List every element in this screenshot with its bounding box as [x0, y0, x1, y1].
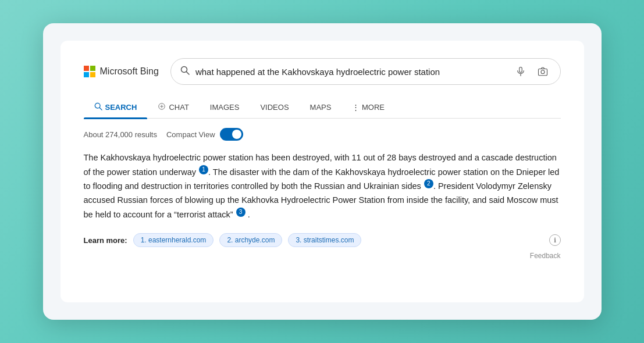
tab-images[interactable]: IMAGES: [200, 97, 250, 117]
tab-chat[interactable]: CHAT: [147, 97, 199, 118]
svg-line-7: [99, 108, 102, 110]
svg-point-5: [541, 70, 545, 74]
feedback-row: Feedback: [84, 252, 561, 260]
results-count: About 274,000 results: [84, 130, 157, 139]
tab-maps[interactable]: MAPS: [300, 97, 342, 117]
search-action-icons: [513, 63, 551, 80]
result-body: The Kakhovskaya hydroelectric power stat…: [84, 151, 561, 221]
svg-line-1: [186, 72, 189, 75]
footnote-3[interactable]: 3: [236, 208, 245, 217]
svg-rect-2: [519, 67, 522, 73]
source-pill-3[interactable]: 3. straitstimes.com: [288, 233, 361, 247]
search-bar[interactable]: what happened at the Kakhovskaya hydroel…: [170, 58, 561, 85]
nav-tabs: SEARCH CHAT IMAGES VIDEOS MAPS: [84, 97, 561, 119]
info-icon[interactable]: ℹ: [549, 234, 561, 246]
compact-view-toggle[interactable]: Compact View: [166, 128, 243, 141]
source-pill-1[interactable]: 1. easternherald.com: [133, 233, 214, 247]
tab-more[interactable]: ⋮ MORE: [341, 97, 395, 117]
tab-more-label: ⋮ MORE: [352, 103, 385, 112]
tab-videos-label: VIDEOS: [260, 103, 289, 112]
search-tab-icon: [94, 102, 102, 112]
toggle-switch-on[interactable]: [220, 128, 243, 141]
search-icon: [180, 66, 190, 77]
logo-text: Microsoft Bing: [100, 66, 159, 77]
header: Microsoft Bing what happened at the Kakh…: [84, 58, 561, 85]
bing-logo[interactable]: Microsoft Bing: [84, 66, 159, 77]
microphone-icon[interactable]: [513, 63, 529, 80]
tab-chat-label: CHAT: [169, 103, 188, 112]
chat-tab-icon: [158, 102, 166, 112]
learn-more-label: Learn more:: [84, 236, 127, 245]
microsoft-logo-icon: [84, 66, 95, 77]
learn-more-section: Learn more: 1. easternherald.com 2. arch…: [84, 233, 561, 247]
camera-icon[interactable]: [535, 63, 551, 80]
result-text-4: .: [245, 209, 250, 219]
tab-images-label: IMAGES: [210, 103, 240, 112]
results-header: About 274,000 results Compact View: [84, 128, 561, 141]
tab-maps-label: MAPS: [310, 103, 332, 112]
search-query-text: what happened at the Kakhovskaya hydroel…: [195, 67, 507, 77]
compact-view-label: Compact View: [166, 130, 215, 139]
tab-search[interactable]: SEARCH: [84, 97, 148, 118]
footnote-1[interactable]: 1: [199, 165, 208, 174]
source-pill-2[interactable]: 2. archyde.com: [219, 233, 282, 247]
feedback-label[interactable]: Feedback: [530, 252, 561, 260]
footnote-2[interactable]: 2: [424, 179, 433, 188]
tab-videos[interactable]: VIDEOS: [250, 97, 299, 117]
tab-search-label: SEARCH: [105, 103, 137, 112]
